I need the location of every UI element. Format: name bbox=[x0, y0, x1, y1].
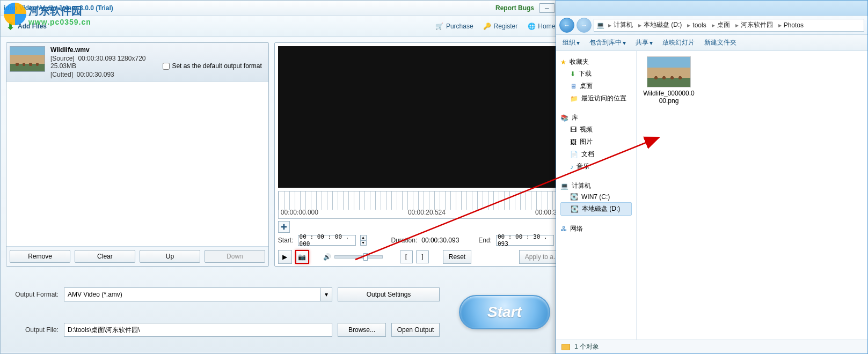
explorer-content[interactable]: Wildlife_000000.000.png bbox=[637, 51, 867, 340]
sidebar-drive-c[interactable]: 💽WIN7 (C:) bbox=[560, 191, 632, 202]
explorer-window: ← → 💻 ▸计算机 ▸本地磁盘 (D:) ▸tools ▸桌面 ▸河东软件园 … bbox=[556, 0, 868, 354]
share-menu[interactable]: 共享 ▾ bbox=[636, 38, 653, 47]
nav-back-button[interactable]: ← bbox=[559, 18, 574, 33]
output-file-input[interactable] bbox=[64, 323, 332, 337]
purchase-link[interactable]: 🛒Purchase bbox=[435, 22, 473, 31]
sidebar-downloads[interactable]: ⬇下载 bbox=[560, 68, 632, 80]
start-time-input[interactable]: 00 : 00 : 00 . 000 bbox=[298, 235, 356, 246]
app-window: idoo Video/Audio Joiner 3.0.0 (Trial) Re… bbox=[0, 0, 574, 354]
crumb-photos[interactable]: ▸Photos bbox=[776, 21, 805, 29]
timeline[interactable]: 00:00:00.000 00:00:20.524 00:00:3... bbox=[278, 191, 565, 219]
bottom-bar: Output Format: ▾ Output Settings Start O… bbox=[1, 272, 574, 352]
timeline-label-mid: 00:00:20.524 bbox=[408, 209, 446, 218]
key-icon: 🔑 bbox=[483, 22, 492, 31]
computer-icon: 💻 bbox=[596, 21, 604, 29]
timeline-label-start: 00:00:00.000 bbox=[281, 209, 318, 218]
window-title: idoo Video/Audio Joiner 3.0.0 (Trial) bbox=[4, 4, 495, 12]
sidebar-network[interactable]: 🖧网络 bbox=[560, 223, 632, 234]
volume-icon: 🔊 bbox=[323, 253, 331, 261]
file-list[interactable]: Wildlife.wmv [Source] 00:00:30.093 1280x… bbox=[6, 43, 268, 246]
volume-slider[interactable] bbox=[334, 255, 383, 259]
arrow-left-icon: ← bbox=[564, 21, 570, 29]
crumb-d[interactable]: ▸本地磁盘 (D:) bbox=[636, 20, 683, 30]
mark-out-button[interactable]: ] bbox=[416, 250, 429, 263]
sidebar-drive-d[interactable]: 💽本地磁盘 (D:) bbox=[560, 202, 632, 216]
drive-icon: 💽 bbox=[571, 205, 579, 213]
workspace: Wildlife.wmv [Source] 00:00:30.093 1280x… bbox=[1, 37, 574, 272]
titlebar: idoo Video/Audio Joiner 3.0.0 (Trial) Re… bbox=[1, 1, 574, 16]
duration-value: 00:00:30.093 bbox=[421, 237, 459, 244]
sidebar-recent[interactable]: 📁最近访问的位置 bbox=[560, 92, 632, 105]
explorer-nav: ← → 💻 ▸计算机 ▸本地磁盘 (D:) ▸tools ▸桌面 ▸河东软件园 … bbox=[556, 16, 867, 35]
sidebar-libraries[interactable]: 📚库 bbox=[560, 112, 632, 123]
start-button[interactable]: Start bbox=[459, 295, 550, 329]
sidebar-videos[interactable]: 🎞视频 bbox=[560, 123, 632, 136]
mark-in-button[interactable]: [ bbox=[400, 250, 413, 263]
output-format-combo[interactable] bbox=[64, 287, 320, 301]
file-item[interactable]: Wildlife.wmv [Source] 00:00:30.093 1280x… bbox=[6, 43, 268, 82]
preview-panel: 00:00:00.000 00:00:20.524 00:00:3... ✚ S… bbox=[274, 42, 568, 267]
sidebar-computer[interactable]: 💻计算机 bbox=[560, 180, 632, 191]
camera-icon: 📷 bbox=[298, 253, 306, 261]
output-format-dropdown[interactable]: ▾ bbox=[320, 287, 332, 301]
library-icon: 📚 bbox=[560, 114, 568, 122]
star-icon: ★ bbox=[560, 58, 566, 66]
crumb-hedong[interactable]: ▸河东软件园 bbox=[733, 20, 775, 30]
arrow-right-icon: → bbox=[581, 21, 587, 29]
nav-forward-button[interactable]: → bbox=[577, 18, 592, 33]
reset-button[interactable]: Reset bbox=[443, 250, 471, 264]
play-button[interactable]: ▶ bbox=[278, 250, 292, 264]
drive-icon: 💽 bbox=[570, 193, 578, 201]
start-spin-up[interactable]: ▲ bbox=[360, 235, 367, 240]
breadcrumb[interactable]: 💻 ▸计算机 ▸本地磁盘 (D:) ▸tools ▸桌面 ▸河东软件园 ▸Pho… bbox=[594, 19, 864, 32]
crumb-tools[interactable]: ▸tools bbox=[684, 21, 707, 29]
cart-icon: 🛒 bbox=[435, 22, 444, 31]
file-thumbnail bbox=[10, 46, 45, 72]
crumb-computer[interactable]: ▸计算机 bbox=[606, 20, 634, 30]
video-icon: 🎞 bbox=[570, 126, 577, 134]
sidebar-music[interactable]: ♪音乐 bbox=[560, 160, 632, 173]
video-preview[interactable] bbox=[278, 46, 565, 188]
minimize-button[interactable]: ─ bbox=[539, 3, 555, 13]
output-settings-button[interactable]: Output Settings bbox=[338, 287, 440, 301]
report-bugs-link[interactable]: Report Bugs bbox=[495, 4, 534, 12]
folder-icon bbox=[561, 344, 570, 350]
sidebar-favorites[interactable]: ★收藏夹 bbox=[560, 56, 632, 68]
explorer-sidebar: ★收藏夹 ⬇下载 🖥桌面 📁最近访问的位置 📚库 🎞视频 🖼图片 📄文档 ♪音乐… bbox=[556, 51, 637, 340]
end-time-input[interactable]: 00 : 00 : 30 . 093 bbox=[496, 235, 554, 246]
remove-button[interactable]: Remove bbox=[10, 250, 70, 263]
network-icon: 🖧 bbox=[560, 225, 567, 233]
default-format-checkbox[interactable]: Set as the default output format bbox=[163, 46, 265, 78]
sidebar-desktop[interactable]: 🖥桌面 bbox=[560, 80, 632, 92]
snapshot-button[interactable]: 📷 bbox=[295, 250, 309, 264]
pictures-icon: 🖼 bbox=[570, 138, 577, 146]
clear-button[interactable]: Clear bbox=[75, 250, 135, 263]
sidebar-pictures[interactable]: 🖼图片 bbox=[560, 136, 632, 148]
add-files-button[interactable]: ⬇ Add Files bbox=[6, 22, 47, 31]
duration-label: Duration: bbox=[391, 237, 418, 244]
slideshow-button[interactable]: 放映幻灯片 bbox=[662, 38, 695, 47]
computer-icon: 💻 bbox=[560, 182, 568, 190]
browse-button[interactable]: Browse... bbox=[338, 323, 386, 337]
desktop-icon: 🖥 bbox=[570, 83, 577, 90]
organize-menu[interactable]: 组织 ▾ bbox=[563, 38, 580, 47]
crumb-desktop[interactable]: ▸桌面 bbox=[709, 20, 732, 30]
explorer-toolbar: 组织 ▾ 包含到库中 ▾ 共享 ▾ 放映幻灯片 新建文件夹 bbox=[556, 35, 867, 51]
add-clip-button[interactable]: ✚ bbox=[278, 221, 290, 233]
output-format-label: Output Format: bbox=[10, 291, 59, 298]
down-button[interactable]: Down bbox=[205, 250, 265, 263]
open-output-button[interactable]: Open Output bbox=[391, 323, 440, 337]
explorer-titlebar[interactable] bbox=[556, 1, 867, 16]
start-label: Start: bbox=[278, 237, 294, 244]
start-spin-down[interactable]: ▼ bbox=[360, 240, 367, 246]
output-file-label: Output File: bbox=[10, 326, 59, 334]
file-thumbnail-item[interactable]: Wildlife_000000.000.png bbox=[642, 56, 696, 105]
include-menu[interactable]: 包含到库中 ▾ bbox=[589, 38, 626, 47]
sidebar-documents[interactable]: 📄文档 bbox=[560, 148, 632, 160]
up-button[interactable]: Up bbox=[140, 250, 200, 263]
play-icon: ▶ bbox=[282, 253, 287, 261]
documents-icon: 📄 bbox=[570, 151, 578, 158]
end-label: End: bbox=[478, 237, 492, 244]
register-link[interactable]: 🔑Register bbox=[483, 22, 518, 31]
newfolder-button[interactable]: 新建文件夹 bbox=[704, 38, 736, 47]
